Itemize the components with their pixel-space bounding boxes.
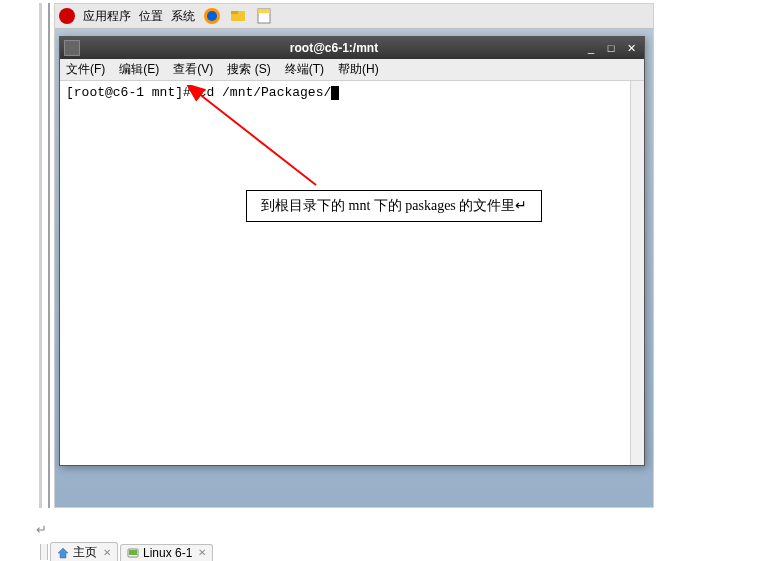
svg-rect-5 [258,9,270,13]
bottom-tabs: 主页 ✕ Linux 6-1 ✕ [40,542,213,561]
terminal-titlebar[interactable]: root@c6-1:/mnt _ □ ✕ [60,37,644,59]
maximize-button[interactable]: □ [604,41,618,55]
terminal-menubar: 文件(F) 编辑(E) 查看(V) 搜索 (S) 终端(T) 帮助(H) [60,59,644,81]
menu-terminal[interactable]: 终端(T) [285,61,324,78]
panel-menu-system[interactable]: 系统 [171,8,195,25]
redhat-icon[interactable] [59,8,75,24]
svg-rect-9 [129,550,137,555]
tab-linux[interactable]: Linux 6-1 ✕ [120,544,213,561]
window-title: root@c6-1:/mnt [84,41,584,55]
close-button[interactable]: ✕ [624,41,638,55]
gnome-panel: 应用程序 位置 系统 [55,4,653,29]
home-icon [57,547,69,559]
tab-label: 主页 [73,544,97,561]
menu-file[interactable]: 文件(F) [66,61,105,78]
panel-menu-places[interactable]: 位置 [139,8,163,25]
menu-search[interactable]: 搜索 (S) [227,61,270,78]
svg-point-1 [207,11,217,21]
text-editor-icon[interactable] [255,7,273,25]
tab-close-icon[interactable]: ✕ [103,547,111,558]
terminal-command: cd /mnt/Packages/ [199,85,332,100]
tab-label: Linux 6-1 [143,546,192,560]
panel-menu-applications[interactable]: 应用程序 [83,8,131,25]
terminal-prompt: [root@c6-1 mnt]# [66,85,199,100]
tab-divider[interactable] [40,544,48,560]
desktop-container: 应用程序 位置 系统 root@c6-1:/mnt _ □ ✕ 文件(F) 编辑… [54,3,654,508]
return-mark: ↵ [36,522,47,537]
menu-edit[interactable]: 编辑(E) [119,61,159,78]
terminal-cursor [331,86,339,100]
firefox-icon[interactable] [203,7,221,25]
window-menu-icon[interactable] [64,40,80,56]
menu-help[interactable]: 帮助(H) [338,61,379,78]
vertical-scrollbar[interactable] [630,81,644,465]
annotation-textbox: 到根目录下的 mnt 下的 paskages 的文件里↵ [246,190,542,222]
menu-view[interactable]: 查看(V) [173,61,213,78]
terminal-body[interactable]: [root@c6-1 mnt]# cd /mnt/Packages/ [60,81,644,465]
terminal-window: root@c6-1:/mnt _ □ ✕ 文件(F) 编辑(E) 查看(V) 搜… [59,36,645,466]
tab-close-icon[interactable]: ✕ [198,547,206,558]
svg-rect-3 [231,11,238,14]
tab-home[interactable]: 主页 ✕ [50,542,118,561]
vm-icon [127,547,139,559]
file-manager-icon[interactable] [229,7,247,25]
minimize-button[interactable]: _ [584,41,598,55]
